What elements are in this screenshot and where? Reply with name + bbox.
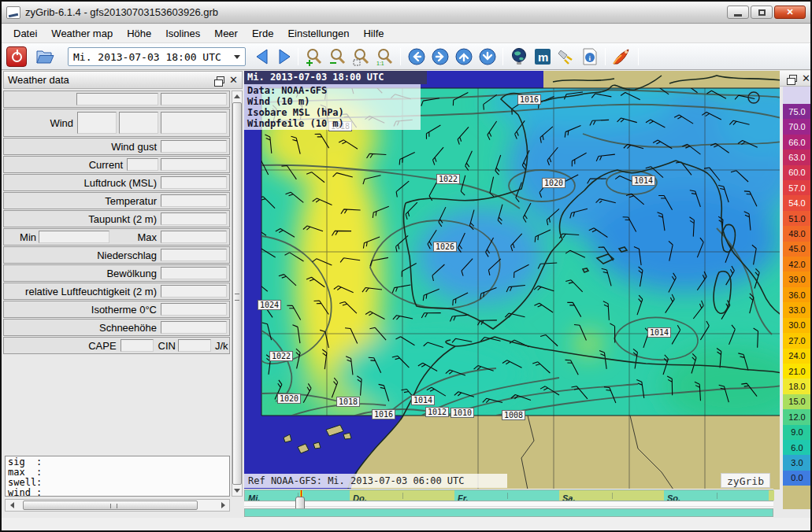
wind-field-1[interactable] [77,112,117,134]
horizontal-scrollbar[interactable] [5,499,230,512]
dewpoint-field[interactable] [161,212,227,225]
open-file-button[interactable] [35,46,55,67]
menu-weather-map[interactable]: Weather map [44,25,120,42]
download-grib-button[interactable] [611,46,632,67]
wind-gust-field[interactable] [161,140,227,153]
menu-datei[interactable]: Datei [6,25,44,42]
dock-float-icon[interactable] [217,76,224,83]
cape-field[interactable] [121,339,154,352]
horizontal-scroll-thumb[interactable] [23,501,198,510]
globe-icon [510,47,528,66]
humidity-field[interactable] [161,285,227,297]
wind-field-3[interactable] [161,112,227,134]
row-wind: Wind [3,109,230,137]
circle-arrow-left-icon [407,47,426,66]
pan-up-button[interactable] [454,46,474,67]
scale-band: 36.0 [783,287,811,302]
quit-button[interactable] [6,46,27,67]
minimize-button[interactable] [727,6,749,19]
grib-info-button[interactable]: i [580,46,600,67]
scale-float-icon[interactable] [789,75,797,82]
scale-band: 0.0 [783,471,811,486]
connection-button[interactable] [556,46,577,67]
zoom-region-button[interactable] [351,46,372,67]
row-wind-gust: Wind gust [3,138,230,155]
menu-meer[interactable]: Meer [207,25,245,42]
scale-band: 60.0 [783,165,811,180]
title-bar[interactable]: zyGrib-6.1.4 - gfs20130703153603926.grb … [2,2,810,24]
timeline-hour-strip[interactable] [244,508,773,517]
scale-band: 18.0 [783,379,811,393]
zoom-out-button[interactable] [328,46,348,67]
isobar-label: 1022 [436,174,460,184]
scroll-left-arrow[interactable] [7,500,17,510]
row-current: Current [3,156,230,173]
timeline-day-label: So. [664,493,680,501]
color-scale-panel: ✕ 75.070.066.063.060.057.054.051.048.045… [780,71,812,530]
position-field-1[interactable] [76,93,158,105]
weather-data-header[interactable]: Weather data ✕ [3,71,243,89]
meteotable-icon: m [533,47,552,66]
meteotable-button[interactable]: m [532,46,553,67]
scale-band: 45.0 [783,242,811,257]
scroll-up-arrow[interactable] [232,91,242,102]
pan-right-button[interactable] [430,46,450,67]
cloud-field[interactable] [161,267,227,279]
max-field[interactable] [161,231,227,243]
timeline-day-band[interactable] [769,490,774,501]
weather-data-panel: Weather data ✕ Wind Wind gust [3,71,243,513]
vertical-scrollbar[interactable] [232,91,243,497]
window-bottom [2,518,810,532]
chevron-down-icon [234,55,240,59]
close-button[interactable]: ✕ [774,6,806,19]
weather-map [244,71,780,490]
temperature-field[interactable] [161,194,227,207]
zoom-fit-button[interactable]: 1:1 [375,46,395,67]
isobar-label: 1014 [647,327,671,338]
isobar-label: 1012 [425,407,449,417]
timeline-groove[interactable] [244,502,773,507]
prev-timestep-button[interactable] [252,46,273,67]
globe-button[interactable] [509,46,529,67]
date-selector[interactable]: Mi. 2013-07-03 18:00 UTC [68,47,246,66]
next-timestep-button[interactable] [274,46,295,67]
zoom-in-button[interactable] [304,46,324,67]
isobar-label: 1018 [336,397,360,407]
menu-hilfe[interactable]: Hilfe [356,25,391,42]
wind-field-2[interactable] [119,112,158,134]
menu-isolines[interactable]: Isolines [158,25,207,42]
scale-band: 70.0 [783,119,811,134]
scale-band: 48.0 [783,226,811,241]
menu-erde[interactable]: Erde [245,25,280,42]
file-info-icon: i [580,47,599,66]
maximize-button[interactable] [751,6,773,19]
scroll-right-arrow[interactable] [218,500,228,510]
scale-band: 42.0 [783,257,811,272]
menu-hoehe[interactable]: Höhe [120,25,158,42]
dock-close-icon[interactable]: ✕ [229,75,238,85]
min-field[interactable] [39,231,109,243]
zoom-in-icon [305,47,324,66]
snow-field[interactable] [161,321,227,334]
cin-field[interactable] [178,339,211,352]
svg-text:1:1: 1:1 [376,61,384,66]
window-title: zyGrib-6.1.4 - gfs20130703153603926.grb [25,6,218,18]
isobar-label: 1016 [372,409,395,419]
position-field-2[interactable] [161,93,227,105]
timeline-day-bands[interactable]: Mi.Do.Fr.Sa.So. [244,490,773,501]
row-snow: Schneehöhe [3,319,230,336]
precipitation-field[interactable] [161,249,227,261]
pan-left-button[interactable] [406,46,427,67]
pressure-field[interactable] [161,176,227,189]
scroll-down-arrow[interactable] [232,486,242,496]
current-field-2[interactable] [161,158,227,171]
isotherm-field[interactable] [161,303,227,316]
map-canvas[interactable]: 1016101810221020101410261024101410221020… [244,71,780,490]
zoom-fit-icon: 1:1 [376,47,395,66]
pan-down-button[interactable] [477,46,498,67]
vertical-scroll-thumb[interactable] [232,102,242,485]
current-field-1[interactable] [127,158,158,171]
timeline-tick [402,493,403,499]
menu-einstellungen[interactable]: Einstellungen [280,25,356,42]
scale-close-icon[interactable]: ✕ [802,73,810,83]
